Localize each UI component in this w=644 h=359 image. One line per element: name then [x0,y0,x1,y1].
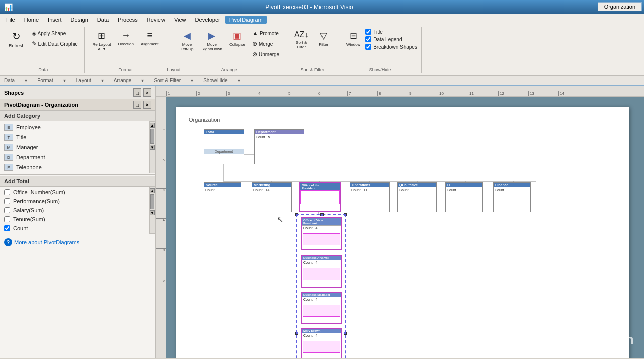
pivot-panel-expand-button[interactable]: □ [133,101,141,109]
sort-filter-button[interactable]: AZ↓ Sort &Filter [291,28,311,51]
total-count[interactable]: Count [0,224,149,233]
pivot-node-operations[interactable]: Operations Count 11 [350,182,390,212]
salary-checkbox[interactable] [4,207,10,213]
pivot-node-source[interactable]: Source Count [204,182,242,212]
total-scroll-thumb[interactable] [150,194,154,209]
menu-pivotdiagram[interactable]: PivotDiagram [225,16,267,24]
main-area: Shapes □ × PivotDiagram - Organization □… [0,86,644,358]
scroll-down-arrow[interactable]: ▼ [150,145,155,150]
sub2-box [303,268,340,280]
scroll-up-arrow[interactable]: ▲ [150,123,155,128]
total-scroll-up[interactable]: ▲ [150,188,155,193]
qualitative-body: Count [398,187,436,205]
tenure-checkbox[interactable] [4,216,10,222]
pivot-sub-node-3[interactable]: Business Manager Count 4 [301,292,342,324]
shapes-close-button[interactable]: × [143,88,151,97]
relayout-all-button[interactable]: ⊞ Re-LayoutAll ▾ [90,28,113,53]
title-checkbox-label[interactable]: Title [365,28,417,35]
total-list: Office_Number(Sum) Performance(Sum) Sala… [0,187,149,234]
performance-checkbox[interactable] [4,198,10,204]
move-left-up-button[interactable]: ◀ MoveLeft/Up [177,28,197,53]
title-checkbox[interactable] [365,29,371,35]
promote-button[interactable]: ▲ Promote [250,28,282,38]
pivot-node-marketing[interactable]: Marketing Count 14 [252,182,292,212]
menu-file[interactable]: File [2,16,19,24]
layout-expand-icon[interactable]: ▾ [101,78,104,83]
filter-button[interactable]: ▽ Filter [313,28,334,49]
total-scroll-down[interactable]: ▼ [150,210,155,215]
collapse-button[interactable]: ▣ Collapse [227,28,248,49]
add-category-title: Add Category [0,111,155,121]
move-right-down-button[interactable]: ▶ MoveRight/Down [199,28,225,53]
menu-design[interactable]: Design [67,16,92,24]
menu-view[interactable]: View [170,16,190,24]
org-label: Organization [189,117,220,123]
total-list-area: Office_Number(Sum) Performance(Sum) Sala… [0,187,155,234]
cursor-indicator: ↖ [277,215,283,224]
window-button[interactable]: ⊟ Window [343,28,363,49]
menu-process[interactable]: Process [114,16,142,24]
pivot-node-finance[interactable]: Finance Count [493,182,531,212]
pivot-panel-close-button[interactable]: × [143,101,151,109]
ruler-top: 1 2 3 4 5 6 7 8 9 10 11 12 13 14 [156,86,644,97]
edit-graphic-icon: ✎ [32,40,37,47]
merge-button[interactable]: ⊕ Merge [250,39,282,49]
direction-button[interactable]: → Direction [115,28,136,48]
pivot-node-dept[interactable]: Department Count 5 [254,129,304,164]
unmerge-button[interactable]: ⊗ Unmerge [250,49,282,59]
section-divider-1 [0,174,155,175]
canvas-main[interactable]: Organization [166,97,644,358]
pivot-node-office[interactable]: Office of thePresident [299,182,341,212]
breakdown-shapes-checkbox-label[interactable]: Breakdown Shapes [365,43,417,50]
breakdown-shapes-checkbox[interactable] [365,44,371,50]
refresh-button[interactable]: ↻ Refresh [6,28,27,50]
count-checkbox[interactable] [4,225,10,231]
ribbon-group-data: ↻ Refresh ◈ Apply Shape ✎ Edit Data Grap… [2,27,85,73]
pivot-node-qualitative[interactable]: Qualitative Count [397,182,437,212]
category-employee[interactable]: E Employee [0,122,149,132]
menu-insert[interactable]: Insert [44,16,66,24]
alignment-button[interactable]: ≡ Alignment [138,28,162,48]
show-hide-expand-icon[interactable]: ▾ [238,78,240,83]
pivot-sub-node-2[interactable]: Business Analyst Count 4 [301,255,342,288]
category-manager[interactable]: M Manager [0,142,149,152]
edit-data-graphic-button[interactable]: ✎ Edit Data Graphic [29,39,80,49]
total-tenure[interactable]: Tenure(Sum) [0,215,149,224]
menu-data[interactable]: Data [93,16,113,24]
menu-home[interactable]: Home [20,16,43,24]
category-title[interactable]: T Title [0,132,149,142]
arrange-expand-icon[interactable]: ▾ [141,78,144,83]
total-salary[interactable]: Salary(Sum) [0,206,149,215]
total-scrollbar[interactable]: ▲ ▼ [149,187,155,234]
apply-shape-button[interactable]: ◈ Apply Shape [29,28,80,38]
office-number-checkbox[interactable] [4,189,10,195]
filter-icon: ▽ [320,30,327,41]
scroll-thumb[interactable] [150,129,154,144]
category-telephone[interactable]: P Telephone [0,162,149,172]
menu-review[interactable]: Review [143,16,169,24]
shapes-expand-button[interactable]: □ [133,88,141,97]
menu-developer[interactable]: Developer [191,16,224,24]
category-department[interactable]: D Department [0,152,149,162]
data-legend-checkbox-label[interactable]: Data Legend [365,36,417,43]
pivot-sub-node-4[interactable]: Mary Brown Count 4 [301,328,342,358]
data-legend-checkbox[interactable] [365,36,371,42]
unmerge-icon: ⊗ [252,51,257,58]
ribbon: ↻ Refresh ◈ Apply Shape ✎ Edit Data Grap… [0,25,644,86]
move-left-icon: ◀ [184,30,191,41]
total-office-number[interactable]: Office_Number(Sum) [0,188,149,197]
finance-header: Finance [494,183,530,187]
category-scrollbar[interactable]: ▲ ▼ [149,121,155,173]
pivot-node-root[interactable]: Total Department [204,129,244,164]
sort-filter-expand-icon[interactable]: ▾ [191,78,193,83]
manager-icon: M [4,144,13,151]
handle-ml [295,332,298,335]
organization-dropdown[interactable]: Organization [598,2,642,11]
data-expand-icon[interactable]: ▾ [25,78,27,83]
pivot-node-it[interactable]: IT Count [445,182,483,212]
help-link[interactable]: ? More about PivotDiagrams [0,236,155,248]
pivot-sub-node-1[interactable]: Office of VicePresident Count 4 [301,217,342,250]
arrange-section-label: Arrange [114,78,132,83]
total-performance[interactable]: Performance(Sum) [0,197,149,206]
format-expand-icon[interactable]: ▾ [63,78,66,83]
